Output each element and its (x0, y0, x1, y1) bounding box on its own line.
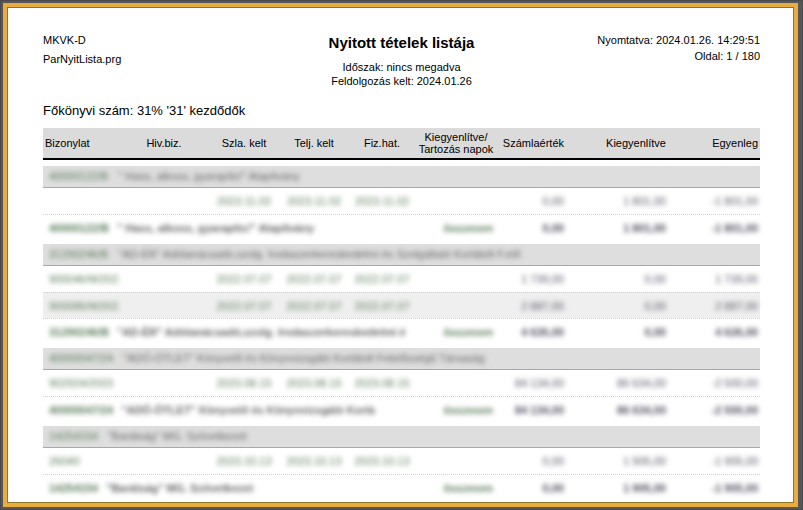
col-kiegyenlitve-tartozas-line1: Kiegyenlítve/ (415, 131, 497, 143)
partner-name: "ADÓ-ÖTLET" Könyvelő és Könyvvizsgáló Ko… (123, 352, 485, 364)
cell-egyenleg: -1 801,00 (668, 222, 760, 234)
group-header-row: 14254154"Barátság" MG. Szövetkezet (43, 426, 760, 448)
cell-szamlaertek: 2 887,00 (497, 300, 566, 312)
summary-row: 40000047/24"ADÓ-ÖTLET" Könyvelő és Könyv… (43, 396, 760, 422)
osszesen-label: összesen (415, 404, 497, 416)
cell-szamlaertek: 0,00 (497, 482, 566, 494)
cell-szla-kelt: 2022.07.07 (209, 273, 279, 285)
cell-kiegyenlitve: 86 634,00 (566, 404, 668, 416)
osszesen-label: összesen (415, 482, 497, 494)
cell-egyenleg: -2 500,00 (668, 404, 760, 416)
cell-kiegyenlitve: 1 905,00 (566, 455, 668, 467)
partner-name: "AD-ÉR" Adótanácsadó,szolg. Irodaszerker… (118, 248, 520, 260)
period-line: Időszak: nincs megadva (329, 60, 475, 74)
cell-kiegyenlitve: 86 634,00 (566, 377, 668, 389)
col-telj-kelt: Telj. kelt (279, 137, 349, 149)
cell-szla-kelt: 2023.10.13 (209, 455, 279, 467)
cell-szamlaertek: 0,00 (497, 455, 566, 467)
partner-code: 40000047/24 (49, 404, 113, 416)
cell-bizonylat: 900086/W2022 (43, 300, 119, 312)
partner-code: 14254154 (49, 482, 98, 494)
cell-kiegyenlitve: 0,00 (566, 273, 668, 285)
cell-egyenleg: -1 801,00 (668, 195, 760, 207)
partner-name: "Barátság" MG. Szövetkezet (106, 482, 253, 494)
summary-row: 31290246/B"AD-ÉR" Adótanácsadó,szolg. Ir… (43, 318, 760, 344)
cell-bizonylat: 900046/W2022 (43, 273, 119, 285)
partner-name: " Hass, alkoss, gyarapíts!" Alapítvány (117, 222, 314, 234)
summary-row: 14254154"Barátság" MG. Szövetkezet össze… (43, 474, 760, 500)
osszesen-label: összesen (415, 326, 497, 338)
cell-egyenleg: 2 887,00 (668, 300, 760, 312)
table-row: 2023.11.02 2023.11.02 2023.11.02 0,00 1 … (43, 188, 760, 214)
osszesen-label: összesen (415, 222, 497, 234)
cell-telj-kelt: 2022.07.07 (279, 300, 349, 312)
group-header-row: 40000047/24"ADÓ-ÖTLET" Könyvelő és Könyv… (43, 348, 760, 370)
col-szamlaertek: Számlaérték (497, 137, 566, 149)
cell-fizhat: 2022.07.07 (349, 273, 415, 285)
cell-szla-kelt: 2022.07.07 (209, 300, 279, 312)
window-frame: MKVK-D ParNyitLista.prg Nyitott tételek … (0, 0, 803, 510)
cell-szamlaertek: 0,00 (497, 222, 566, 234)
partner-group: 40000122/B" Hass, alkoss, gyarapíts!" Al… (43, 166, 760, 240)
cell-fizhat: 2023.11.02 (349, 195, 415, 207)
partner-name: "Barátság" MG. Szövetkezet (108, 430, 247, 442)
cell-kiegyenlitve: 1 905,00 (566, 482, 668, 494)
report-title: Nyitott tételek listája (329, 34, 475, 51)
cell-telj-kelt: 2022.07.07 (279, 273, 349, 285)
cell-kiegyenlitve: 0,00 (566, 300, 668, 312)
table-body: 40000122/B" Hass, alkoss, gyarapíts!" Al… (43, 166, 760, 500)
page-number: Oldal: 1 / 180 (474, 50, 760, 62)
cell-bizonylat: 902924/2023 (43, 377, 119, 389)
cell-szamlaertek: 84 134,00 (497, 404, 566, 416)
window-frame-gold: MKVK-D ParNyitLista.prg Nyitott tételek … (3, 3, 798, 507)
cell-bizonylat: 26040 (43, 455, 119, 467)
summary-partner: 40000122/B" Hass, alkoss, gyarapíts!" Al… (43, 222, 415, 234)
cell-szla-kelt: 2023.11.02 (209, 195, 279, 207)
cell-szamlaertek: 84 134,00 (497, 377, 566, 389)
printed-line: Nyomtatva: 2024.01.26. 14:29:51 (474, 34, 760, 46)
table-row: 26040 2023.10.13 2023.10.13 2023.10.13 0… (43, 448, 760, 474)
cell-egyenleg: -1 905,00 (668, 482, 760, 494)
program-name: ParNyitLista.prg (43, 53, 329, 65)
col-hivbiz: Hiv.biz. (119, 137, 209, 149)
cell-egyenleg: -1 905,00 (668, 455, 760, 467)
partner-group: 14254154"Barátság" MG. Szövetkezet 26040… (43, 426, 760, 500)
cell-szamlaertek: 0,00 (497, 195, 566, 207)
cell-egyenleg: -2 500,00 (668, 377, 760, 389)
partner-code: 40000047/24 (49, 352, 113, 364)
partner-code: 40000122/B (49, 170, 108, 182)
cell-fizhat: 2023.08.15 (349, 377, 415, 389)
group-header-row: 40000122/B" Hass, alkoss, gyarapíts!" Al… (43, 166, 760, 188)
col-kiegyenlitve-tartozas-line2: Tartozás napok (415, 143, 497, 155)
summary-row: 40000122/B" Hass, alkoss, gyarapíts!" Al… (43, 214, 760, 240)
partner-name: " Hass, alkoss, gyarapíts!" Alapítvány (118, 170, 299, 182)
partner-code: 31290246/B (49, 326, 109, 338)
cell-egyenleg: 4 626,00 (668, 326, 760, 338)
cell-kiegyenlitve: 1 801,00 (566, 222, 668, 234)
col-kiegyenlitve: Kiegyenlítve (566, 137, 668, 149)
col-szla-kelt: Szla. kelt (209, 137, 279, 149)
table-header-row: Bizonylat Hiv.biz. Szla. kelt Telj. kelt… (43, 128, 760, 160)
open-items-table: Bizonylat Hiv.biz. Szla. kelt Telj. kelt… (43, 128, 760, 500)
table-row: 902924/2023 2023.08.15 2023.08.15 2023.0… (43, 370, 760, 396)
cell-kiegyenlitve: 0,00 (566, 326, 668, 338)
table-row: 900086/W2022 2022.07.07 2022.07.07 2022.… (43, 292, 760, 318)
col-egyenleg: Egyenleg (668, 137, 760, 149)
summary-partner: 31290246/B"AD-ÉR" Adótanácsadó,szolg. Ir… (43, 326, 415, 338)
cell-fizhat: 2022.07.07 (349, 300, 415, 312)
cell-kiegyenlitve: 1 801,00 (566, 195, 668, 207)
cell-egyenleg: 1 739,00 (668, 273, 760, 285)
col-bizonylat: Bizonylat (43, 137, 119, 149)
partner-group: 31290246/B"AD-ÉR" Adótanácsadó,szolg. Ir… (43, 244, 760, 344)
cell-fizhat: 2023.10.13 (349, 455, 415, 467)
report-page-border: MKVK-D ParNyitLista.prg Nyitott tételek … (7, 7, 794, 503)
processed-line: Feldolgozás kelt: 2024.01.26 (329, 74, 475, 88)
cell-telj-kelt: 2023.11.02 (279, 195, 349, 207)
app-code: MKVK-D (43, 34, 329, 46)
cell-szla-kelt: 2023.08.15 (209, 377, 279, 389)
cell-szamlaertek: 1 739,00 (497, 273, 566, 285)
partner-code: 14254154 (49, 430, 98, 442)
group-header-row: 31290246/B"AD-ÉR" Adótanácsadó,szolg. Ir… (43, 244, 760, 266)
summary-partner: 40000047/24"ADÓ-ÖTLET" Könyvelő és Könyv… (43, 404, 415, 416)
col-fizhat: Fiz.hat. (349, 137, 415, 149)
